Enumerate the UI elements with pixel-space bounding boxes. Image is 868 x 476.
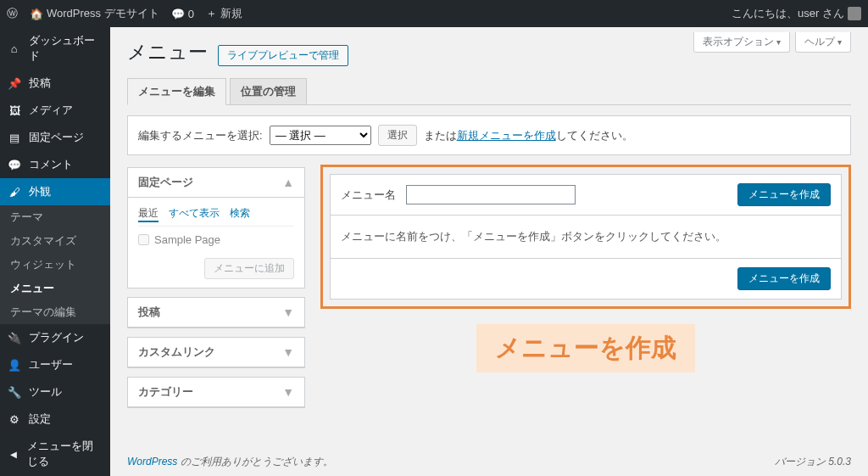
metabox-pages-header[interactable]: 固定ページ▲ xyxy=(128,168,304,198)
pages-tab-search[interactable]: 検索 xyxy=(230,206,250,222)
pages-tab-all[interactable]: すべて表示 xyxy=(169,206,220,222)
admin-bar: ⓦ 🏠 WordPress デモサイト 💬 0 ＋ 新規 こんにちは、user … xyxy=(0,0,868,27)
plugin-icon: 🔌 xyxy=(7,332,22,344)
menu-edit-footer: メニューを作成 xyxy=(330,259,842,300)
nav-tabs: メニューを編集 位置の管理 xyxy=(127,78,851,105)
brush-icon: 🖌 xyxy=(7,186,22,199)
live-preview-button[interactable]: ライブプレビューで管理 xyxy=(218,45,348,66)
version-text: バージョン 5.0.3 xyxy=(775,455,851,469)
submenu-editor[interactable]: テーマの編集 xyxy=(0,300,110,324)
wp-link[interactable]: WordPress xyxy=(127,456,177,468)
screen-options-button[interactable]: 表示オプション xyxy=(693,32,790,53)
submenu-appearance: テーマ カスタマイズ ウィジェット メニュー テーマの編集 xyxy=(0,205,110,324)
wp-logo-icon[interactable]: ⓦ xyxy=(7,6,18,21)
or-text: または新規メニューを作成してください。 xyxy=(424,128,633,143)
tab-edit-menus[interactable]: メニューを編集 xyxy=(127,78,226,105)
submenu-widgets[interactable]: ウィジェット xyxy=(0,253,110,277)
main-content: 表示オプション ヘルプ メニュー ライブプレビューで管理 メニューを編集 位置の… xyxy=(110,27,868,476)
page-checkbox[interactable] xyxy=(138,234,149,245)
metabox-custom-links: カスタムリンク▼ xyxy=(127,337,305,368)
menu-select[interactable]: — 選択 — xyxy=(270,126,371,145)
avatar-icon xyxy=(848,7,861,20)
help-button[interactable]: ヘルプ xyxy=(795,32,851,53)
page-title: メニュー xyxy=(127,36,208,65)
new-label: 新規 xyxy=(220,6,242,21)
media-icon: 🖼 xyxy=(7,104,22,117)
comments-link[interactable]: 💬 0 xyxy=(171,8,194,20)
menu-tools[interactable]: 🔧ツール xyxy=(0,378,110,406)
chevron-up-icon: ▲ xyxy=(282,176,294,189)
create-new-menu-link[interactable]: 新規メニューを作成 xyxy=(457,129,556,142)
callout-annotation: メニューを作成 xyxy=(320,324,851,372)
new-link[interactable]: ＋ 新規 xyxy=(206,6,242,21)
menu-media[interactable]: 🖼メディア xyxy=(0,97,110,124)
submenu-menus[interactable]: メニュー xyxy=(0,277,110,300)
menu-users[interactable]: 👤ユーザー xyxy=(0,351,110,378)
wrench-icon: 🔧 xyxy=(7,386,22,399)
gear-icon: ⚙ xyxy=(7,413,22,426)
menu-settings[interactable]: ⚙設定 xyxy=(0,406,110,433)
callout-text: メニューを作成 xyxy=(476,324,695,372)
menu-plugins[interactable]: 🔌プラグイン xyxy=(0,324,110,351)
metabox-categories: カテゴリー▼ xyxy=(127,377,305,408)
menu-posts[interactable]: 📌投稿 xyxy=(0,70,110,97)
page-item-row: Sample Page xyxy=(138,227,294,253)
dashboard-icon: ⌂ xyxy=(7,42,22,55)
metabox-categories-header[interactable]: カテゴリー▼ xyxy=(128,378,304,407)
select-button[interactable]: 選択 xyxy=(378,125,417,146)
manage-menus-bar: 編集するメニューを選択: — 選択 — 選択 または新規メニューを作成してくださ… xyxy=(127,115,851,155)
add-to-menu-button[interactable]: メニューに追加 xyxy=(204,258,294,279)
tab-locations[interactable]: 位置の管理 xyxy=(230,78,307,104)
comment-icon: 💬 xyxy=(7,159,22,171)
menu-collapse[interactable]: ◄メニューを閉じる xyxy=(0,433,110,475)
collapse-icon: ◄ xyxy=(7,448,20,461)
user-icon: 👤 xyxy=(7,359,22,372)
admin-sidebar: ⌂ダッシュボード 📌投稿 🖼メディア ▤固定ページ 💬コメント 🖌外観 テーマ … xyxy=(0,27,110,476)
create-menu-button-bottom[interactable]: メニューを作成 xyxy=(737,267,831,290)
footer: WordPress のご利用ありがとうございます。 バージョン 5.0.3 xyxy=(127,455,851,469)
submenu-customize[interactable]: カスタマイズ xyxy=(0,229,110,253)
select-menu-label: 編集するメニューを選択: xyxy=(138,128,263,143)
chevron-down-icon: ▼ xyxy=(282,345,294,359)
metabox-posts: 投稿▼ xyxy=(127,297,305,328)
menu-dashboard[interactable]: ⌂ダッシュボード xyxy=(0,27,110,70)
page-icon: ▤ xyxy=(7,132,22,144)
menu-name-label: メニュー名 xyxy=(341,188,396,201)
page-item-label: Sample Page xyxy=(154,233,220,246)
greeting[interactable]: こんにちは、user さん xyxy=(732,6,861,21)
comments-count: 0 xyxy=(188,8,194,20)
site-link[interactable]: 🏠 WordPress デモサイト xyxy=(30,6,159,21)
menu-name-input[interactable] xyxy=(406,185,576,204)
pin-icon: 📌 xyxy=(7,77,22,90)
submenu-themes[interactable]: テーマ xyxy=(0,205,110,229)
metabox-posts-header[interactable]: 投稿▼ xyxy=(128,298,304,328)
menu-pages[interactable]: ▤固定ページ xyxy=(0,124,110,151)
chevron-down-icon: ▼ xyxy=(282,305,294,319)
metabox-custom-links-header[interactable]: カスタムリンク▼ xyxy=(128,338,304,367)
site-name: WordPress デモサイト xyxy=(47,6,159,21)
menu-body-instructions: メニューに名前をつけ、「メニューを作成」ボタンをクリックしてください。 xyxy=(330,215,842,259)
menu-comments[interactable]: 💬コメント xyxy=(0,151,110,178)
create-menu-button-top[interactable]: メニューを作成 xyxy=(737,183,831,206)
pages-tab-recent[interactable]: 最近 xyxy=(138,206,159,222)
menu-appearance[interactable]: 🖌外観 xyxy=(0,178,110,205)
highlight-annotation: メニュー名 メニューを作成 メニューに名前をつけ、「メニューを作成」ボタンをクリ… xyxy=(320,165,851,309)
chevron-down-icon: ▼ xyxy=(282,385,294,399)
metabox-pages: 固定ページ▲ 最近 すべて表示 検索 Sample Page メニューに追加 xyxy=(127,167,305,288)
menu-edit-header: メニュー名 メニューを作成 xyxy=(330,174,842,215)
metabox-column: 固定ページ▲ 最近 すべて表示 検索 Sample Page メニューに追加 xyxy=(127,167,305,417)
